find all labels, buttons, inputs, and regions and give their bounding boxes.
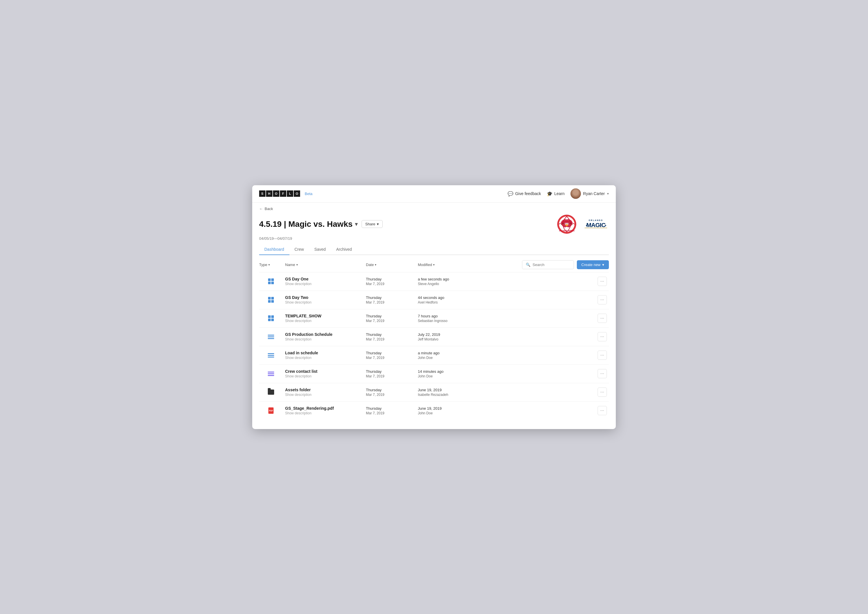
mod-line2-8: John Doe — [418, 411, 595, 415]
date-line1-2: Thursday — [366, 295, 413, 300]
back-arrow-icon: ← — [259, 206, 263, 211]
logo-letter-l: L — [287, 191, 293, 197]
more-button-7[interactable]: ··· — [598, 388, 607, 397]
table-row[interactable]: Crew contact list Show description Thurs… — [259, 364, 609, 383]
item-title-8[interactable]: GS_Stage_Rendering.pdf — [285, 406, 361, 411]
date-line2-5: Mar 7, 2019 — [366, 356, 413, 360]
item-description-4[interactable]: Show description — [285, 337, 361, 341]
item-title-7[interactable]: Assets folder — [285, 388, 361, 392]
table-row[interactable]: GS Production Schedule Show description … — [259, 327, 609, 346]
learn-button[interactable]: 🎓 Learn — [547, 191, 565, 197]
cell-name-8: GS_Stage_Rendering.pdf Show description — [285, 406, 366, 415]
cell-modified-2: 44 seconds ago Axel Hedfors — [418, 295, 595, 304]
type-sort-icon: ▾ — [268, 263, 270, 266]
svg-text:ATLANTA HAWKS: ATLANTA HAWKS — [559, 229, 575, 232]
table-row[interactable]: GS Day One Show description Thursday Mar… — [259, 272, 609, 290]
item-title-6[interactable]: Crew contact list — [285, 369, 361, 374]
user-menu[interactable]: Ryan Carter ▾ — [570, 188, 609, 199]
table-row[interactable]: PDF GS_Stage_Rendering.pdf Show descript… — [259, 402, 609, 420]
date-sort-icon: ▾ — [375, 263, 376, 266]
more-button-8[interactable]: ··· — [598, 406, 607, 415]
logo-letter-h: H — [266, 191, 273, 197]
cell-modified-1: a few seconds ago Steve Angello — [418, 277, 595, 286]
cell-modified-8: June 19, 2019 John Doe — [418, 406, 595, 415]
tab-saved[interactable]: Saved — [309, 244, 331, 255]
svg-text:★: ★ — [604, 224, 606, 227]
mod-line2-5: John Doe — [418, 356, 595, 360]
cell-date-5: Thursday Mar 7, 2019 — [366, 351, 418, 360]
table-row[interactable]: TEMPLATE_SHOW Show description Thursday … — [259, 309, 609, 327]
cell-modified-3: 7 hours ago Sebastian Ingrosso — [418, 314, 595, 323]
give-feedback-label: Give feedback — [515, 191, 541, 196]
name-column-header[interactable]: Name ▾ — [285, 262, 366, 267]
more-button-6[interactable]: ··· — [598, 369, 607, 378]
modified-column-header[interactable]: Modified ▾ — [418, 262, 522, 267]
table-row[interactable]: Load in schedule Show description Thursd… — [259, 346, 609, 364]
item-description-2[interactable]: Show description — [285, 300, 361, 304]
tab-crew[interactable]: Crew — [290, 244, 309, 255]
cell-actions-3: ··· — [595, 314, 609, 323]
chevron-down-icon: ▾ — [607, 192, 609, 195]
cell-actions-8: ··· — [595, 406, 609, 415]
item-description-8[interactable]: Show description — [285, 411, 361, 415]
item-description-6[interactable]: Show description — [285, 374, 361, 378]
search-icon: 🔍 — [526, 262, 530, 267]
avatar — [570, 188, 581, 199]
cell-type-1 — [259, 278, 285, 284]
item-description-3[interactable]: Show description — [285, 319, 361, 323]
navbar: S H O F L O Beta 💬 Give feedback 🎓 Learn — [252, 185, 616, 203]
create-chevron-icon: ▾ — [602, 262, 604, 267]
logo-letter-s: S — [259, 191, 265, 197]
tab-archived[interactable]: Archived — [331, 244, 357, 255]
list-purple-icon — [268, 372, 274, 376]
item-title-2[interactable]: GS Day Two — [285, 295, 361, 300]
more-button-4[interactable]: ··· — [598, 332, 607, 341]
item-description-5[interactable]: Show description — [285, 356, 361, 360]
table-row[interactable]: Assets folder Show description Thursday … — [259, 383, 609, 402]
mod-line2-6: John Doe — [418, 374, 595, 378]
grid-icon — [268, 278, 274, 284]
mod-line1-7: June 19, 2019 — [418, 388, 595, 392]
cell-type-7 — [259, 389, 285, 395]
share-button[interactable]: Share ▾ — [361, 220, 383, 228]
create-new-label: Create new — [581, 262, 600, 267]
give-feedback-button[interactable]: 💬 Give feedback — [508, 191, 541, 197]
cell-modified-4: July 22, 2019 Jeff Montalvo — [418, 332, 595, 341]
more-button-2[interactable]: ··· — [598, 295, 607, 304]
date-line2-8: Mar 7, 2019 — [366, 411, 413, 415]
search-box[interactable]: 🔍 — [522, 260, 574, 269]
search-input[interactable] — [533, 262, 570, 267]
list-icon — [268, 335, 274, 339]
title-dropdown-icon[interactable]: ▾ — [355, 221, 358, 227]
date-column-header[interactable]: Date ▾ — [366, 262, 418, 267]
type-header-label: Type — [259, 262, 267, 267]
table-row[interactable]: GS Day Two Show description Thursday Mar… — [259, 290, 609, 309]
more-button-1[interactable]: ··· — [598, 277, 607, 286]
item-title-3[interactable]: TEMPLATE_SHOW — [285, 314, 361, 318]
date-header-label: Date — [366, 262, 374, 267]
item-title-5[interactable]: Load in schedule — [285, 350, 361, 355]
tab-dashboard[interactable]: Dashboard — [259, 244, 290, 255]
share-label: Share — [365, 222, 375, 226]
date-line2-2: Mar 7, 2019 — [366, 300, 413, 304]
cell-type-6 — [259, 372, 285, 376]
cell-name-5: Load in schedule Show description — [285, 350, 366, 360]
date-line1-3: Thursday — [366, 314, 413, 318]
type-column-header[interactable]: Type ▾ — [259, 262, 285, 267]
logo-letter-o1: O — [273, 191, 279, 197]
mod-line1-2: 44 seconds ago — [418, 295, 595, 300]
item-title-1[interactable]: GS Day One — [285, 277, 361, 281]
item-title-4[interactable]: GS Production Schedule — [285, 332, 361, 337]
cell-name-3: TEMPLATE_SHOW Show description — [285, 314, 366, 323]
more-button-5[interactable]: ··· — [598, 350, 607, 360]
item-description-7[interactable]: Show description — [285, 393, 361, 397]
item-description-1[interactable]: Show description — [285, 282, 361, 286]
modified-sort-icon: ▾ — [433, 263, 435, 266]
cell-type-2 — [259, 297, 285, 303]
mod-line1-4: July 22, 2019 — [418, 332, 595, 337]
back-link[interactable]: ← Back — [259, 203, 609, 214]
cell-date-3: Thursday Mar 7, 2019 — [366, 314, 418, 323]
create-new-button[interactable]: Create new ▾ — [577, 260, 609, 269]
more-button-3[interactable]: ··· — [598, 314, 607, 323]
mod-line1-3: 7 hours ago — [418, 314, 595, 318]
